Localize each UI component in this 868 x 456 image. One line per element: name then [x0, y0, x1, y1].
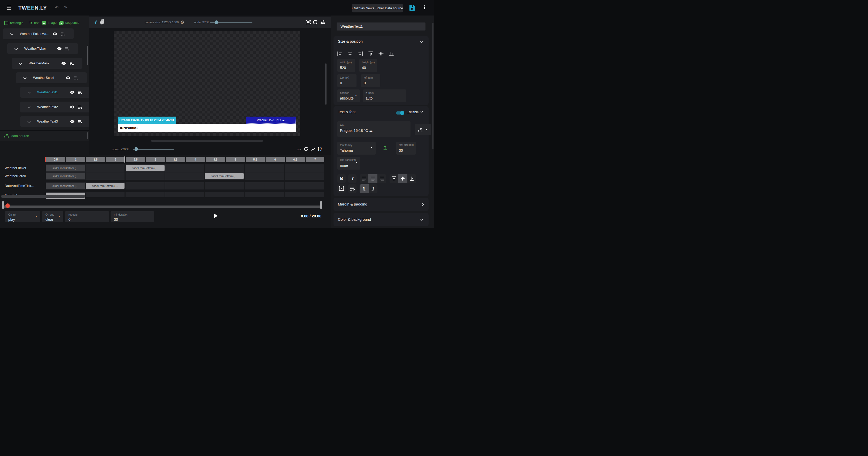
wrap-text-button[interactable]	[348, 184, 356, 193]
ruler-tick[interactable]: 2	[106, 156, 125, 162]
zindex-input[interactable]: z-index auto	[363, 89, 406, 103]
align-center-horizontal-icon[interactable]	[347, 51, 352, 56]
gear-icon[interactable]: ⚙	[180, 20, 184, 25]
text-align-center-icon[interactable]	[368, 174, 377, 183]
sequence-tool[interactable]: sequence	[60, 21, 79, 25]
bold-button[interactable]: B	[337, 174, 346, 183]
fit-screen-icon[interactable]	[306, 20, 311, 24]
save-icon[interactable]	[409, 5, 415, 11]
paragraph-ltr-icon[interactable]: ¶	[360, 184, 369, 193]
chevron-down-icon[interactable]	[10, 32, 13, 35]
refresh-icon[interactable]	[304, 147, 308, 151]
eye-icon[interactable]	[66, 76, 70, 80]
hand-pan-icon[interactable]	[100, 19, 104, 25]
timeline-clip[interactable]: slideFromBottom (…	[46, 165, 85, 171]
data-source-item[interactable]: data source	[4, 133, 29, 138]
ruler-tick[interactable]: 3.5	[166, 156, 185, 162]
eye-icon[interactable]	[70, 90, 75, 94]
chevron-down-icon[interactable]	[420, 218, 424, 221]
font-family-select[interactable]: font family Tahoma ▼	[337, 142, 376, 154]
layer-row-weathertext2[interactable]: WeatherText2	[20, 102, 91, 112]
chevron-down-icon[interactable]	[19, 61, 22, 65]
braces-code-icon[interactable]: { }	[318, 147, 322, 151]
element-name-input[interactable]: WeatherText1	[337, 23, 426, 30]
hamburger-menu-icon[interactable]: ☰	[7, 5, 11, 11]
timeline-clip[interactable]: slideFromBottom (…	[126, 165, 164, 171]
align-bottom-icon[interactable]	[389, 51, 394, 56]
layer-row-weathertext1[interactable]: WeatherText1	[20, 87, 91, 98]
layer-row-weathermask[interactable]: WeatherMask	[11, 58, 83, 69]
track-lane[interactable]	[46, 172, 324, 180]
trending-arrow-icon[interactable]	[311, 147, 315, 151]
track-lane[interactable]	[46, 164, 324, 172]
text-align-right-icon[interactable]	[377, 174, 386, 183]
chevron-down-icon[interactable]	[23, 76, 27, 79]
eye-icon[interactable]	[70, 105, 75, 109]
canvas-ticker-datetime[interactable]: Stream Circle TV 09.10.2024 20:46:01	[118, 117, 176, 124]
editable-toggle[interactable]	[396, 111, 404, 115]
playlist-play-icon[interactable]	[74, 76, 78, 80]
on-end-select[interactable]: On end clear ▼	[42, 211, 63, 222]
ruler-tick[interactable]: 4.5	[206, 156, 225, 162]
layer-row-weatherscroll[interactable]: WeatherScroll	[16, 73, 87, 83]
ruler-tick[interactable]: 7	[306, 156, 324, 162]
align-right-icon[interactable]	[358, 51, 363, 56]
chevron-right-icon[interactable]	[421, 203, 424, 206]
layer-row-weathertickermain[interactable]: WeatherTickerMa…	[3, 28, 74, 39]
playlist-add-icon[interactable]	[69, 61, 74, 65]
vertical-align-top-icon[interactable]	[390, 174, 398, 183]
layer-row-weathertext3[interactable]: WeatherText3	[20, 116, 91, 127]
ruler-tick[interactable]: 5	[226, 156, 245, 162]
timeline-clip[interactable]: slideFromBottom (…	[205, 173, 244, 179]
inspector-scrollbar[interactable]	[432, 23, 433, 149]
refresh-icon[interactable]	[313, 20, 317, 25]
design-canvas[interactable]: Stream Circle TV 09.10.2024 20:46:01 Pra…	[114, 31, 300, 136]
playlist-add-icon[interactable]	[78, 120, 83, 123]
chevron-down-icon[interactable]	[27, 90, 31, 94]
chevron-down-icon[interactable]	[420, 109, 424, 113]
chevron-down-icon[interactable]	[420, 39, 424, 43]
playlist-play-icon[interactable]	[65, 47, 69, 51]
timeline-h-scrollbar[interactable]	[1, 195, 85, 198]
redo-icon[interactable]: ↷	[64, 5, 67, 10]
tune-icon[interactable]	[320, 20, 325, 24]
track-lane[interactable]	[46, 192, 324, 197]
ruler-tick[interactable]: 2.5	[126, 156, 145, 162]
align-top-icon[interactable]	[368, 51, 373, 56]
upload-font-icon[interactable]	[383, 145, 387, 150]
chevron-down-icon[interactable]	[27, 105, 31, 109]
vertical-align-middle-icon[interactable]	[398, 174, 407, 183]
range-start-handle[interactable]	[2, 201, 4, 209]
ruler-tick[interactable]: 0.5	[46, 156, 65, 162]
image-tool[interactable]: image	[42, 21, 57, 25]
navigate-cursor-icon[interactable]	[92, 19, 98, 25]
range-end-handle[interactable]	[320, 201, 322, 209]
paragraph-rtl-icon[interactable]: ¶	[369, 184, 378, 193]
playlist-add-icon[interactable]	[78, 105, 83, 109]
ruler-tick[interactable]: 6	[266, 156, 285, 162]
timeline-clip[interactable]: slideFromBottom (…	[46, 183, 85, 189]
text-tool[interactable]: Tttext	[29, 21, 39, 25]
play-button[interactable]	[214, 213, 218, 218]
kebab-menu-icon[interactable]: ⋮	[422, 4, 427, 10]
ruler-tick[interactable]: 1.5	[86, 156, 105, 162]
ruler-tick[interactable]: 1	[66, 156, 85, 162]
eye-icon[interactable]	[61, 61, 66, 65]
data-source-scrollbar[interactable]	[87, 132, 88, 139]
timeline-scale-slider[interactable]	[133, 149, 175, 150]
text-fit-button[interactable]: A	[337, 184, 346, 193]
left-input[interactable]: left (px) 0	[361, 74, 380, 87]
timeline-range-track[interactable]	[4, 205, 322, 208]
align-center-vertical-icon[interactable]	[378, 51, 383, 56]
timeline-scale-slider-thumb[interactable]	[134, 147, 138, 151]
text-align-left-icon[interactable]	[360, 174, 368, 183]
top-input[interactable]: top (px) 0	[337, 74, 356, 87]
layer-row-weatherticker[interactable]: WeatherTicker	[7, 43, 78, 54]
layers-scrollbar[interactable]	[87, 46, 88, 65]
playlist-add-icon[interactable]	[61, 32, 65, 36]
canvas-title-bar[interactable]: IRNW/title1	[118, 124, 296, 132]
range-playhead-dot[interactable]	[5, 203, 10, 208]
chevron-down-icon[interactable]	[27, 120, 31, 123]
canvas-ticker-weather-selected[interactable]: Prague: 15-18 °C ☁	[246, 117, 296, 124]
eye-icon[interactable]	[53, 32, 57, 36]
